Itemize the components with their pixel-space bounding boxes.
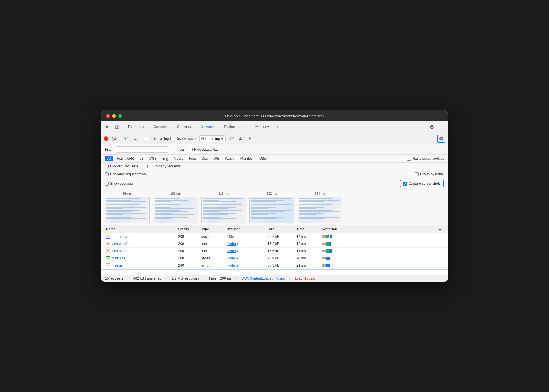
row-4-extra — [437, 264, 444, 267]
filter-label: Filter — [105, 148, 113, 152]
th-type[interactable]: Type — [200, 225, 226, 233]
css-icon: ✎ — [106, 256, 110, 260]
screenshot-thumbnails — [105, 197, 444, 223]
svg-point-7 — [134, 137, 136, 139]
type-filter-font[interactable]: Font — [187, 156, 198, 161]
traffic-lights — [106, 114, 122, 118]
row-4-initiator: (index) — [226, 262, 266, 269]
row-3-type: styles... — [200, 255, 226, 262]
font-icon: T — [106, 242, 110, 246]
row-2-size: 15.5 kB — [266, 248, 295, 255]
capture-screenshots-checkbox[interactable]: Capture screenshots — [400, 180, 444, 187]
row-4-waterfall — [321, 262, 437, 269]
row-2-time: 11 ms — [295, 248, 321, 255]
screenshot-thumb-3[interactable] — [249, 197, 294, 223]
type-filter-ws[interactable]: WS — [211, 156, 221, 161]
tab-network[interactable]: Network — [196, 123, 219, 131]
finish-time: Finish: 200 ms — [209, 276, 232, 280]
screenshot-time-0: 99 ms — [105, 192, 150, 195]
network-settings-button[interactable] — [437, 135, 445, 143]
table-row[interactable]: ≡ reference/ 200 docu... Other 29.7 kB 1… — [101, 233, 448, 240]
type-filter-css[interactable]: CSS — [147, 156, 159, 161]
type-filter-fetch[interactable]: Fetch/XHR — [114, 156, 136, 161]
row-1-status: 200 — [177, 240, 200, 247]
th-initiator[interactable]: Initiator — [226, 225, 266, 233]
capture-screenshots-highlight: Capture screenshots — [400, 180, 444, 187]
disable-cache-checkbox[interactable]: Disable cache — [170, 137, 197, 141]
th-waterfall[interactable]: Waterfall — [321, 225, 437, 233]
settings-gear-icon[interactable] — [428, 123, 436, 131]
row-0-waterfall — [321, 233, 437, 240]
row-3-initiator: (index) — [226, 255, 266, 262]
search-button[interactable] — [132, 135, 139, 142]
has-blocked-cookies-checkbox[interactable]: Has blocked cookies — [407, 157, 444, 161]
table-row[interactable]: JS main.js 200 script (index) 37.5 kB 21… — [101, 262, 448, 269]
th-time[interactable]: Time — [295, 225, 321, 233]
tab-sources[interactable]: Sources — [172, 123, 195, 131]
status-bar: 15 requests | 662 kB transferred | 1.2 M… — [101, 275, 448, 282]
filter-input[interactable] — [116, 146, 168, 153]
more-options-icon[interactable] — [437, 123, 445, 131]
wifi-icon[interactable] — [228, 135, 235, 142]
tab-console[interactable]: Console — [149, 123, 172, 131]
tab-memory[interactable]: Memory — [251, 123, 274, 131]
screenshot-thumb-1[interactable] — [153, 197, 198, 223]
row-2-name: T latin.woff2 — [105, 248, 177, 255]
filter-button[interactable] — [123, 135, 130, 142]
tab-performance[interactable]: Performance — [219, 123, 250, 131]
th-status[interactable]: Status — [177, 225, 200, 233]
throttle-dropdown[interactable]: No throttling — [199, 135, 226, 142]
show-overview-checkbox[interactable]: Show overview — [105, 182, 134, 186]
row-0-status: 200 — [177, 233, 200, 240]
upload-icon[interactable] — [237, 135, 244, 142]
tab-elements[interactable]: Elements — [123, 123, 148, 131]
type-filter-js[interactable]: JS — [137, 156, 146, 161]
table-row[interactable]: T latin.woff2 200 font (index) 15.5 kB 1… — [101, 248, 448, 255]
type-filter-all[interactable]: All — [105, 156, 113, 161]
type-filter-media[interactable]: Media — [172, 156, 186, 161]
use-large-rows-checkbox[interactable]: Use large request rows — [105, 172, 146, 176]
clear-button[interactable] — [110, 135, 118, 142]
screenshot-time-2: 215 ms — [201, 192, 246, 195]
pointer-icon[interactable] — [104, 123, 112, 131]
row-0-name: ≡ reference/ — [105, 233, 177, 240]
close-button[interactable] — [106, 114, 110, 118]
minimize-button[interactable] — [112, 114, 116, 118]
svg-line-6 — [113, 137, 115, 140]
screenshot-thumb-0[interactable] — [105, 197, 150, 223]
hide-data-urls-checkbox[interactable]: Hide data URLs — [189, 148, 219, 152]
type-filter-wasm[interactable]: Wasm — [223, 156, 237, 161]
screenshot-thumb-4[interactable] — [298, 197, 342, 223]
group-by-frame-checkbox[interactable]: Group by frame — [415, 172, 444, 176]
row-3-name: ✎ main.css — [105, 255, 177, 262]
th-sort[interactable]: ▲ — [437, 225, 444, 233]
row-2-waterfall — [321, 248, 437, 255]
type-filter-img[interactable]: Img — [160, 156, 170, 161]
preserve-log-checkbox[interactable]: Preserve log — [144, 137, 169, 141]
table-row[interactable]: T latin.woff2 200 font (index) 15.2 kB 1… — [101, 240, 448, 248]
tab-bar: Elements Console Sources Network Perform… — [101, 121, 448, 133]
svg-point-3 — [441, 127, 442, 127]
table-row[interactable]: ✎ main.css 200 styles... (index) 28.9 kB… — [101, 255, 448, 262]
type-filter-manifest[interactable]: Manifest — [238, 156, 256, 161]
th-name[interactable]: Name — [105, 225, 177, 233]
tab-settings-icons — [428, 123, 445, 131]
maximize-button[interactable] — [118, 114, 122, 118]
th-size[interactable]: Size — [266, 225, 295, 233]
screenshot-timestamps: 99 ms 182 ms 215 ms 232 ms 249 ms — [105, 192, 444, 195]
row-1-waterfall — [321, 240, 437, 247]
row-4-time: 21 ms — [295, 262, 321, 269]
download-icon[interactable] — [246, 135, 253, 142]
blocked-requests-checkbox[interactable]: Blocked Requests — [105, 164, 138, 168]
row-4-status: 200 — [177, 262, 200, 269]
more-tabs-button[interactable]: » — [274, 123, 281, 131]
devtools-window: DevTools - localhost:8080/docs/devtools/… — [101, 110, 448, 282]
third-party-requests-checkbox[interactable]: 3rd-party requests — [147, 164, 181, 168]
type-filter-other[interactable]: Other — [257, 156, 270, 161]
screenshot-thumb-2[interactable] — [201, 197, 246, 223]
device-icon[interactable] — [113, 123, 121, 131]
invert-checkbox[interactable]: Invert — [172, 148, 185, 152]
row-3-waterfall — [321, 255, 437, 262]
record-button[interactable] — [104, 136, 108, 141]
type-filter-doc[interactable]: Doc — [199, 156, 210, 161]
